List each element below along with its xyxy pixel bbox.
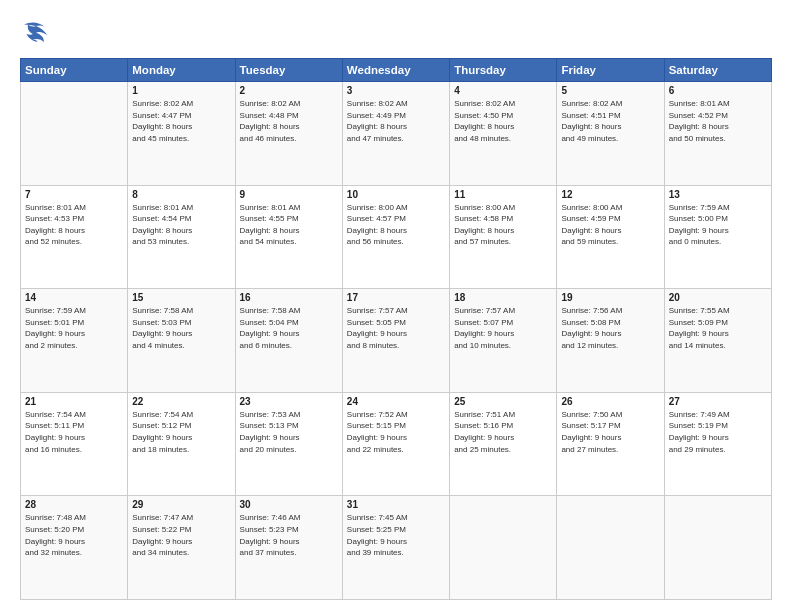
calendar-cell: 3Sunrise: 8:02 AMSunset: 4:49 PMDaylight… xyxy=(342,82,449,186)
day-number: 12 xyxy=(561,189,659,200)
day-number: 13 xyxy=(669,189,767,200)
calendar-cell: 24Sunrise: 7:52 AMSunset: 5:15 PMDayligh… xyxy=(342,392,449,496)
calendar-cell xyxy=(450,496,557,600)
calendar-cell: 18Sunrise: 7:57 AMSunset: 5:07 PMDayligh… xyxy=(450,289,557,393)
day-number: 6 xyxy=(669,85,767,96)
day-info: Sunrise: 7:46 AMSunset: 5:23 PMDaylight:… xyxy=(240,512,338,558)
calendar-cell: 20Sunrise: 7:55 AMSunset: 5:09 PMDayligh… xyxy=(664,289,771,393)
day-number: 18 xyxy=(454,292,552,303)
calendar-cell: 21Sunrise: 7:54 AMSunset: 5:11 PMDayligh… xyxy=(21,392,128,496)
day-number: 21 xyxy=(25,396,123,407)
day-info: Sunrise: 7:57 AMSunset: 5:07 PMDaylight:… xyxy=(454,305,552,351)
calendar-header: SundayMondayTuesdayWednesdayThursdayFrid… xyxy=(21,59,772,82)
day-number: 17 xyxy=(347,292,445,303)
day-info: Sunrise: 7:56 AMSunset: 5:08 PMDaylight:… xyxy=(561,305,659,351)
day-number: 2 xyxy=(240,85,338,96)
day-number: 15 xyxy=(132,292,230,303)
calendar-cell: 6Sunrise: 8:01 AMSunset: 4:52 PMDaylight… xyxy=(664,82,771,186)
calendar-cell: 30Sunrise: 7:46 AMSunset: 5:23 PMDayligh… xyxy=(235,496,342,600)
day-info: Sunrise: 7:54 AMSunset: 5:11 PMDaylight:… xyxy=(25,409,123,455)
day-info: Sunrise: 7:47 AMSunset: 5:22 PMDaylight:… xyxy=(132,512,230,558)
calendar-body: 1Sunrise: 8:02 AMSunset: 4:47 PMDaylight… xyxy=(21,82,772,600)
day-number: 1 xyxy=(132,85,230,96)
day-info: Sunrise: 7:48 AMSunset: 5:20 PMDaylight:… xyxy=(25,512,123,558)
calendar-cell: 17Sunrise: 7:57 AMSunset: 5:05 PMDayligh… xyxy=(342,289,449,393)
calendar-cell: 11Sunrise: 8:00 AMSunset: 4:58 PMDayligh… xyxy=(450,185,557,289)
calendar-week-row: 1Sunrise: 8:02 AMSunset: 4:47 PMDaylight… xyxy=(21,82,772,186)
calendar-cell: 25Sunrise: 7:51 AMSunset: 5:16 PMDayligh… xyxy=(450,392,557,496)
calendar-week-row: 14Sunrise: 7:59 AMSunset: 5:01 PMDayligh… xyxy=(21,289,772,393)
calendar-cell xyxy=(21,82,128,186)
day-info: Sunrise: 8:01 AMSunset: 4:52 PMDaylight:… xyxy=(669,98,767,144)
day-info: Sunrise: 8:01 AMSunset: 4:55 PMDaylight:… xyxy=(240,202,338,248)
calendar-cell: 1Sunrise: 8:02 AMSunset: 4:47 PMDaylight… xyxy=(128,82,235,186)
day-number: 10 xyxy=(347,189,445,200)
day-number: 27 xyxy=(669,396,767,407)
day-number: 22 xyxy=(132,396,230,407)
day-info: Sunrise: 8:02 AMSunset: 4:50 PMDaylight:… xyxy=(454,98,552,144)
day-number: 14 xyxy=(25,292,123,303)
logo xyxy=(20,18,56,50)
calendar-week-row: 21Sunrise: 7:54 AMSunset: 5:11 PMDayligh… xyxy=(21,392,772,496)
calendar-cell: 28Sunrise: 7:48 AMSunset: 5:20 PMDayligh… xyxy=(21,496,128,600)
day-number: 3 xyxy=(347,85,445,96)
calendar-cell: 4Sunrise: 8:02 AMSunset: 4:50 PMDaylight… xyxy=(450,82,557,186)
day-number: 7 xyxy=(25,189,123,200)
calendar-cell: 12Sunrise: 8:00 AMSunset: 4:59 PMDayligh… xyxy=(557,185,664,289)
weekday-header: Monday xyxy=(128,59,235,82)
day-number: 19 xyxy=(561,292,659,303)
calendar-cell: 14Sunrise: 7:59 AMSunset: 5:01 PMDayligh… xyxy=(21,289,128,393)
weekday-header: Thursday xyxy=(450,59,557,82)
calendar-cell xyxy=(557,496,664,600)
day-info: Sunrise: 8:02 AMSunset: 4:49 PMDaylight:… xyxy=(347,98,445,144)
day-info: Sunrise: 7:57 AMSunset: 5:05 PMDaylight:… xyxy=(347,305,445,351)
day-number: 20 xyxy=(669,292,767,303)
weekday-header: Tuesday xyxy=(235,59,342,82)
calendar-cell: 16Sunrise: 7:58 AMSunset: 5:04 PMDayligh… xyxy=(235,289,342,393)
day-number: 4 xyxy=(454,85,552,96)
day-number: 8 xyxy=(132,189,230,200)
page: SundayMondayTuesdayWednesdayThursdayFrid… xyxy=(0,0,792,612)
day-number: 23 xyxy=(240,396,338,407)
day-info: Sunrise: 7:51 AMSunset: 5:16 PMDaylight:… xyxy=(454,409,552,455)
calendar-week-row: 28Sunrise: 7:48 AMSunset: 5:20 PMDayligh… xyxy=(21,496,772,600)
calendar-cell: 27Sunrise: 7:49 AMSunset: 5:19 PMDayligh… xyxy=(664,392,771,496)
day-number: 31 xyxy=(347,499,445,510)
calendar-cell: 19Sunrise: 7:56 AMSunset: 5:08 PMDayligh… xyxy=(557,289,664,393)
calendar-cell: 13Sunrise: 7:59 AMSunset: 5:00 PMDayligh… xyxy=(664,185,771,289)
day-info: Sunrise: 8:01 AMSunset: 4:54 PMDaylight:… xyxy=(132,202,230,248)
day-info: Sunrise: 7:49 AMSunset: 5:19 PMDaylight:… xyxy=(669,409,767,455)
calendar-cell: 8Sunrise: 8:01 AMSunset: 4:54 PMDaylight… xyxy=(128,185,235,289)
calendar-cell: 10Sunrise: 8:00 AMSunset: 4:57 PMDayligh… xyxy=(342,185,449,289)
day-info: Sunrise: 8:00 AMSunset: 4:57 PMDaylight:… xyxy=(347,202,445,248)
day-number: 5 xyxy=(561,85,659,96)
day-info: Sunrise: 7:58 AMSunset: 5:04 PMDaylight:… xyxy=(240,305,338,351)
day-info: Sunrise: 7:45 AMSunset: 5:25 PMDaylight:… xyxy=(347,512,445,558)
day-number: 11 xyxy=(454,189,552,200)
day-info: Sunrise: 7:52 AMSunset: 5:15 PMDaylight:… xyxy=(347,409,445,455)
calendar-cell: 29Sunrise: 7:47 AMSunset: 5:22 PMDayligh… xyxy=(128,496,235,600)
calendar-cell: 31Sunrise: 7:45 AMSunset: 5:25 PMDayligh… xyxy=(342,496,449,600)
calendar-cell: 5Sunrise: 8:02 AMSunset: 4:51 PMDaylight… xyxy=(557,82,664,186)
calendar-cell: 15Sunrise: 7:58 AMSunset: 5:03 PMDayligh… xyxy=(128,289,235,393)
calendar-cell: 7Sunrise: 8:01 AMSunset: 4:53 PMDaylight… xyxy=(21,185,128,289)
calendar-cell: 26Sunrise: 7:50 AMSunset: 5:17 PMDayligh… xyxy=(557,392,664,496)
day-number: 16 xyxy=(240,292,338,303)
day-number: 9 xyxy=(240,189,338,200)
day-number: 24 xyxy=(347,396,445,407)
weekday-header: Sunday xyxy=(21,59,128,82)
day-info: Sunrise: 8:00 AMSunset: 4:58 PMDaylight:… xyxy=(454,202,552,248)
day-info: Sunrise: 7:59 AMSunset: 5:00 PMDaylight:… xyxy=(669,202,767,248)
day-info: Sunrise: 8:02 AMSunset: 4:48 PMDaylight:… xyxy=(240,98,338,144)
day-info: Sunrise: 8:02 AMSunset: 4:47 PMDaylight:… xyxy=(132,98,230,144)
day-info: Sunrise: 7:59 AMSunset: 5:01 PMDaylight:… xyxy=(25,305,123,351)
day-info: Sunrise: 7:54 AMSunset: 5:12 PMDaylight:… xyxy=(132,409,230,455)
day-info: Sunrise: 8:02 AMSunset: 4:51 PMDaylight:… xyxy=(561,98,659,144)
calendar-table: SundayMondayTuesdayWednesdayThursdayFrid… xyxy=(20,58,772,600)
weekday-row: SundayMondayTuesdayWednesdayThursdayFrid… xyxy=(21,59,772,82)
day-number: 28 xyxy=(25,499,123,510)
day-info: Sunrise: 7:58 AMSunset: 5:03 PMDaylight:… xyxy=(132,305,230,351)
logo-icon xyxy=(20,18,52,50)
weekday-header: Wednesday xyxy=(342,59,449,82)
day-info: Sunrise: 7:55 AMSunset: 5:09 PMDaylight:… xyxy=(669,305,767,351)
